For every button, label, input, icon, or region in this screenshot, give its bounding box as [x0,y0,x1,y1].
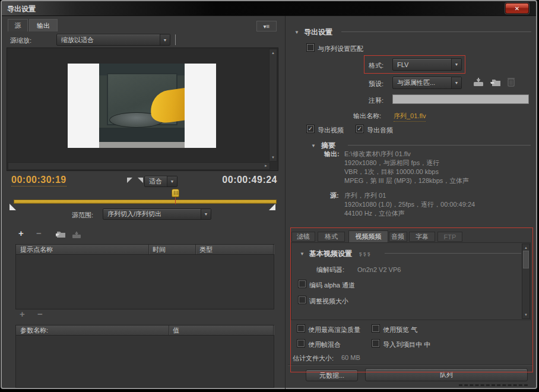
match-sequence-label: 与序列设置匹配 [318,45,363,53]
metadata-button[interactable]: 元数据... [306,369,358,381]
panel-menu-icon: ▾≡ [264,23,270,30]
param-table-body[interactable] [15,336,274,388]
scroll-right-icon[interactable]: ► [264,164,268,167]
cue-col-time: 时间 [149,245,195,254]
summary-source-line: 序列，序列 01 [344,191,386,200]
export-video-label: 导出视频 [318,126,344,135]
source-scaling-dropdown[interactable]: 缩放以适合 ▼ [56,34,170,46]
format-dropdown[interactable]: FLV ▼ [392,58,462,71]
preset-label: 预设: [369,80,383,88]
dropdown-arrow-icon: ▼ [167,176,177,186]
scroll-down-icon[interactable]: ▼ [270,154,277,160]
tab-filters[interactable]: 滤镜 [291,232,315,242]
delete-preset-button[interactable] [507,77,515,89]
tab-output[interactable]: 输出 [29,19,58,31]
scroll-down-icon[interactable]: ▼ [522,312,530,318]
codec-label: 编解码器: [316,265,344,274]
panel-divider[interactable] [285,16,286,389]
match-sequence-checkbox[interactable] [307,44,314,51]
glitch-text: ş ş ş [359,251,370,257]
collapse-icon[interactable]: ▼ [294,30,299,35]
max-quality-checkbox[interactable] [297,325,305,332]
dropdown-arrow-icon: ▼ [201,209,211,219]
import-cue-button[interactable] [72,230,81,241]
import-project-checkbox[interactable] [372,340,379,347]
preview-vscrollbar[interactable]: ▲ ▼ [269,49,277,162]
source-range-dropdown[interactable]: 序列切入/序列切出 ▼ [103,208,211,220]
import-project-label: 导入到项目中 中 [383,340,430,349]
tab-captions-label: 字幕 [416,232,429,241]
preset-dropdown[interactable]: 与源属性匹... ▼ [392,77,462,89]
save-preset-button[interactable] [473,77,484,89]
preview-hscrollbar[interactable]: ► [8,162,270,170]
import-preset-button[interactable] [490,77,501,89]
frame-blend-checkbox[interactable] [297,340,305,347]
minus-icon: − [36,228,42,238]
export-audio-checkbox[interactable]: ✓ [356,125,363,132]
encode-alpha-checkbox[interactable] [299,280,306,287]
current-timecode[interactable]: 00:00:30:19 [11,175,66,186]
add-cue-button[interactable]: + [18,229,24,238]
use-previews-label: 使用预览 气 [383,325,417,334]
tab-captions[interactable]: 字幕 [409,232,435,242]
param-col-value: 值 [169,326,273,335]
format-value: FLV [393,59,451,70]
cue-table-body[interactable] [15,255,274,309]
collapse-icon[interactable]: ▼ [311,143,316,148]
add-param-button[interactable]: + [20,310,25,318]
queue-button[interactable]: 队列 [365,368,528,381]
use-previews-checkbox[interactable] [372,325,379,332]
export-cue-button[interactable] [55,230,66,241]
title-bar[interactable]: 导出设置 ✕ [2,1,536,16]
panel-menu-button[interactable]: ▾≡ [256,21,277,31]
settings-vscrollbar[interactable]: ▲ ▼ [522,244,530,319]
in-point-icon[interactable] [127,178,132,183]
file-size-label: 估计文件大小: [293,354,334,363]
output-name-link[interactable]: 序列_01.flv [394,112,426,122]
section-rule [385,253,521,254]
export-settings-dialog: 导出设置 ✕ 源 输出 ▾≡ 源缩放: 缩放以适合 ▼ [1,0,537,389]
tab-audio[interactable]: 音频 [389,232,407,242]
codec-value: On2n2 V2 VP6 [357,266,401,273]
check-icon: ✓ [357,126,362,132]
resize-video-checkbox[interactable] [299,296,306,304]
scroll-up-icon[interactable]: ▲ [270,50,277,56]
export-video-checkbox[interactable]: ✓ [307,125,314,132]
collapse-icon[interactable]: ▼ [300,251,305,257]
microwave-front-bar [99,128,185,142]
tab-ftp[interactable]: FTP [437,232,462,242]
close-button[interactable]: ✕ [505,3,529,14]
tab-video[interactable]: 视频频频 [348,230,388,242]
save-down-icon [72,231,81,239]
cue-col-type: 类型 [196,245,273,254]
timeline-bar[interactable] [14,200,277,204]
scrollbar-thumb[interactable] [523,251,529,268]
cue-table-header: 提示点名称 时间 类型 [15,244,274,255]
total-duration-timecode: 00:00:49:24 [198,175,277,185]
floor-strip [99,142,185,148]
remove-param-button[interactable]: − [37,310,43,318]
range-start-handle[interactable] [9,204,16,210]
save-preset-icon [473,77,484,87]
toolbar-separator [175,34,176,45]
summary-output-label: 输出: [324,150,340,159]
tab-source[interactable]: 源 [8,19,28,31]
close-icon: ✕ [515,5,519,12]
remove-cue-button[interactable]: − [36,229,42,238]
source-range-label: 源范围: [72,211,93,220]
range-end-handle[interactable] [269,204,275,210]
tab-format[interactable]: 格式 [318,232,345,242]
tab-output-label: 输出 [37,21,50,30]
playhead-marker[interactable] [172,189,179,197]
out-point-icon[interactable] [138,178,143,183]
preset-value: 与源属性匹... [393,77,451,88]
scroll-up-icon[interactable]: ▲ [522,245,530,251]
zoom-fit-dropdown[interactable]: 适合 ▼ [144,176,177,187]
metadata-button-label: 元数据... [319,371,344,380]
basic-video-settings-title: 基本视频设置 [309,249,352,259]
comments-input[interactable] [392,94,529,104]
source-scaling-label: 源缩放: [10,36,31,45]
format-label: 格式: [369,61,383,70]
resize-video-label: 调整视频大小 [309,297,348,306]
video-preview-area: ▲ ▼ ► [7,48,278,171]
